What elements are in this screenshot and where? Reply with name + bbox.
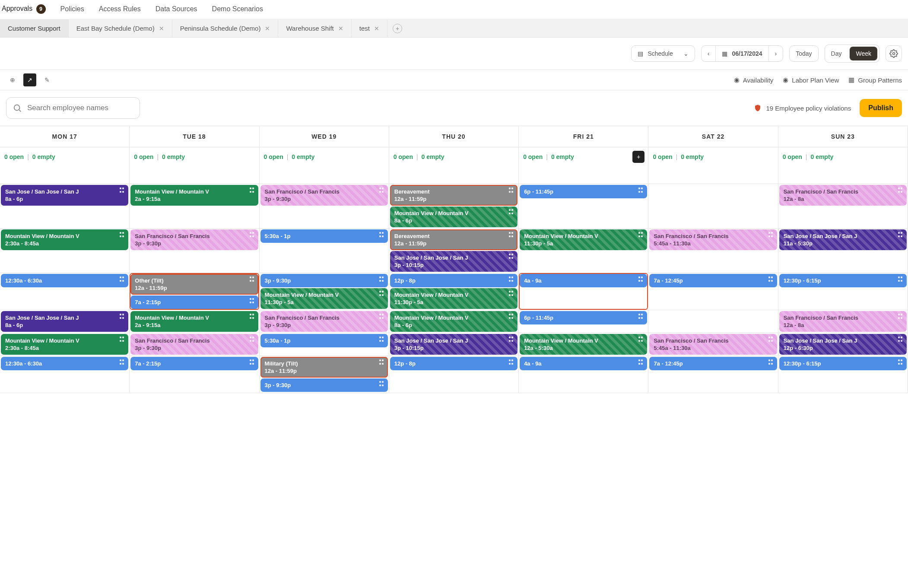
drag-handle-icon[interactable] (379, 359, 385, 366)
shift-block[interactable]: San Francisco / San Francis3p - 9:30p (260, 185, 388, 206)
drag-handle-icon[interactable] (379, 291, 385, 297)
schedule-cell[interactable]: 5:30a - 1p (260, 229, 389, 273)
shift-block[interactable]: San Francisco / San Francis3p - 9:30p (260, 311, 388, 332)
add-tab-button[interactable]: + (387, 19, 407, 37)
drag-handle-icon[interactable] (898, 277, 904, 283)
shift-block[interactable]: 7a - 12:45p (649, 274, 777, 287)
shift-block[interactable]: 4a - 9a (520, 357, 647, 370)
drag-handle-icon[interactable] (250, 277, 256, 283)
schedule-cell[interactable]: Other (Tilt)12a - 11:59p7a - 2:15p (130, 273, 259, 310)
nav-approvals[interactable]: Approvals 9 (2, 4, 46, 14)
drag-handle-icon[interactable] (250, 337, 256, 343)
shift-block[interactable]: Mountain View / Mountain V11:30p - 5a (520, 229, 647, 250)
drag-handle-icon[interactable] (509, 188, 515, 194)
schedule-cell[interactable]: San Jose / San Jose / San J8a - 6p (0, 184, 130, 228)
date-picker[interactable]: ▦ 06/17/2024 (715, 46, 768, 61)
drag-handle-icon[interactable] (638, 188, 644, 194)
nav-data-sources[interactable]: Data Sources (156, 5, 197, 13)
drag-handle-icon[interactable] (898, 314, 904, 320)
drag-handle-icon[interactable] (379, 381, 385, 387)
shift-block[interactable]: San Francisco / San Francis12a - 8a (779, 185, 907, 206)
schedule-cell[interactable]: 12p - 8pMountain View / Mountain V11:30p… (389, 273, 519, 310)
drag-handle-icon[interactable] (638, 359, 644, 366)
shift-block[interactable]: 7a - 2:15p (130, 296, 258, 309)
shift-block[interactable]: San Francisco / San Francis5:45a - 11:30… (649, 229, 777, 250)
schedule-cell[interactable]: San Francisco / San Francis12a - 8a (778, 310, 908, 333)
shift-block[interactable]: Mountain View / Mountain V8a - 6p (390, 207, 517, 227)
shift-block[interactable]: 12:30p - 6:15p (779, 274, 907, 287)
day-stats-cell[interactable]: 0 open|0 empty+ (519, 147, 648, 184)
shift-block[interactable]: 6p - 11:45p (520, 311, 647, 324)
schedule-cell[interactable]: 3p - 9:30pMountain View / Mountain V11:3… (260, 273, 389, 310)
schedule-cell[interactable]: San Francisco / San Francis3p - 9:30p (130, 333, 259, 356)
policy-violations-link[interactable]: 19 Employee policy violations (754, 104, 851, 112)
drag-handle-icon[interactable] (120, 359, 126, 366)
drag-handle-icon[interactable] (120, 188, 126, 194)
shift-block[interactable]: 12p - 8p (390, 357, 517, 370)
drag-handle-icon[interactable] (120, 314, 126, 320)
schedule-cell[interactable]: 12:30p - 6:15p (778, 356, 908, 393)
shift-block[interactable]: Mountain View / Mountain V11:30p - 5a (260, 288, 388, 309)
shift-block[interactable]: Mountain View / Mountain V2a - 9:15a (130, 185, 258, 206)
drag-handle-icon[interactable] (768, 277, 775, 283)
schedule-cell[interactable]: San Francisco / San Francis3p - 9:30p (260, 310, 389, 333)
close-icon[interactable]: ✕ (265, 25, 270, 32)
schedule-cell[interactable]: San Jose / San Jose / San J3p - 10:15p (389, 333, 519, 356)
schedule-cell[interactable]: 5:30a - 1p (260, 333, 389, 356)
schedule-cell[interactable]: Bereavement12a - 11:59pSan Jose / San Jo… (389, 229, 519, 273)
shift-block[interactable]: Military (Tilt)12a - 11:59p (260, 357, 388, 378)
shift-block[interactable]: 4a - 9a (520, 274, 647, 287)
schedule-cell[interactable]: San Francisco / San Francis3p - 9:30p (130, 229, 259, 273)
nav-policies[interactable]: Policies (60, 5, 84, 13)
drag-handle-icon[interactable] (250, 314, 256, 320)
drag-handle-icon[interactable] (120, 232, 126, 238)
schedule-cell[interactable]: Mountain View / Mountain V11:30p - 5a (519, 229, 648, 273)
zoom-in-button[interactable]: ⊕ (6, 73, 19, 86)
drag-handle-icon[interactable] (509, 337, 515, 343)
schedule-cell[interactable]: 7a - 2:15p (130, 356, 259, 393)
drag-handle-icon[interactable] (379, 277, 385, 283)
schedule-cell[interactable] (648, 310, 778, 333)
shift-block[interactable]: 6p - 11:45p (520, 185, 647, 198)
add-shift-button[interactable]: + (632, 151, 644, 163)
search-input-wrapper[interactable] (6, 97, 140, 119)
schedule-cell[interactable]: Mountain View / Mountain V2:30a - 8:45a (0, 333, 130, 356)
schedule-cell[interactable]: 12p - 8p (389, 356, 519, 393)
schedule-cell[interactable]: San Jose / San Jose / San J11a - 5:30p (778, 229, 908, 273)
schedule-cell[interactable]: Military (Tilt)12a - 11:59p3p - 9:30p (260, 356, 389, 393)
shift-block[interactable]: 7a - 12:45p (649, 357, 777, 370)
date-next-button[interactable]: › (768, 46, 783, 61)
drag-handle-icon[interactable] (509, 277, 515, 283)
shift-block[interactable]: Mountain View / Mountain V11:30p - 5a (390, 288, 517, 309)
drag-handle-icon[interactable] (379, 232, 385, 238)
close-icon[interactable]: ✕ (338, 25, 343, 32)
tab-peninsula[interactable]: Peninsula Schedule (Demo)✕ (172, 19, 279, 37)
shift-block[interactable]: 12:30a - 6:30a (1, 357, 128, 370)
shift-block[interactable]: Mountain View / Mountain V2a - 9:15a (130, 311, 258, 332)
shift-block[interactable]: San Jose / San Jose / San J3p - 10:15p (390, 334, 517, 355)
search-input[interactable] (27, 104, 133, 112)
drag-handle-icon[interactable] (509, 359, 515, 366)
shift-block[interactable]: San Francisco / San Francis12a - 8a (779, 311, 907, 332)
nav-demo-scenarios[interactable]: Demo Scenarios (212, 5, 263, 13)
shift-block[interactable]: San Jose / San Jose / San J12p - 6:30p (779, 334, 907, 355)
shift-block[interactable]: Mountain View / Mountain V2:30a - 8:45a (1, 229, 128, 250)
schedule-cell[interactable]: Mountain View / Mountain V2a - 9:15a (130, 310, 259, 333)
schedule-cell[interactable]: 7a - 12:45p (648, 356, 778, 393)
drag-handle-icon[interactable] (638, 337, 644, 343)
publish-button[interactable]: Publish (860, 99, 902, 117)
drag-handle-icon[interactable] (509, 209, 515, 215)
schedule-cell[interactable]: 6p - 11:45p (519, 184, 648, 228)
shift-block[interactable]: San Jose / San Jose / San J3p - 10:15p (390, 251, 517, 272)
day-stats-cell[interactable]: 0 open|0 empty (778, 147, 908, 184)
tab-east-bay[interactable]: East Bay Schedule (Demo)✕ (69, 19, 172, 37)
nav-access-rules[interactable]: Access Rules (99, 5, 141, 13)
schedule-cell[interactable]: San Jose / San Jose / San J8a - 6p (0, 310, 130, 333)
drag-handle-icon[interactable] (379, 188, 385, 194)
shift-block[interactable]: 5:30a - 1p (260, 334, 388, 347)
expand-button[interactable]: ↗ (23, 73, 36, 86)
schedule-cell[interactable]: Mountain View / Mountain V12a - 5:30a (519, 333, 648, 356)
drag-handle-icon[interactable] (379, 337, 385, 343)
day-stats-cell[interactable]: 0 open|0 empty (260, 147, 389, 184)
shift-block[interactable]: Mountain View / Mountain V8a - 6p (390, 311, 517, 332)
